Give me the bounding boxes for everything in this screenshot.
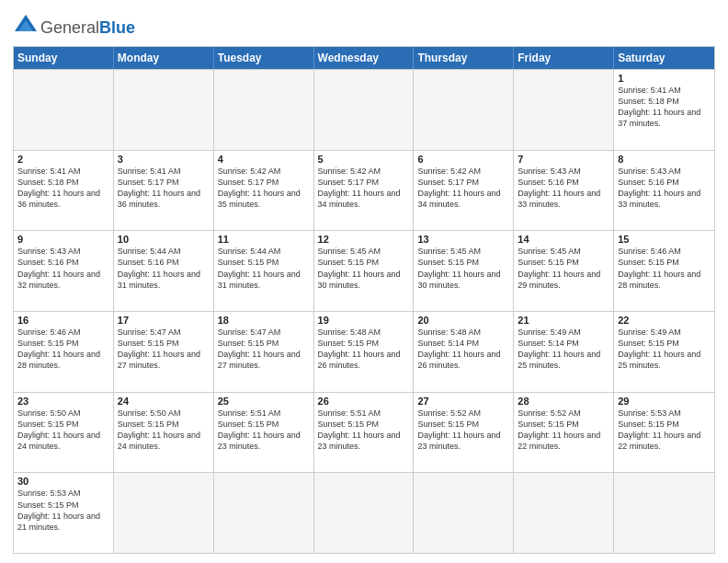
cal-cell [314, 473, 415, 553]
day-number: 27 [417, 396, 509, 407]
cal-cell: 18Sunrise: 5:47 AM Sunset: 5:15 PM Dayli… [214, 312, 314, 392]
day-info: Sunrise: 5:48 AM Sunset: 5:14 PM Dayligh… [417, 327, 509, 372]
day-info: Sunrise: 5:43 AM Sunset: 5:16 PM Dayligh… [618, 166, 711, 211]
day-number: 21 [518, 315, 609, 326]
cal-cell: 5Sunrise: 5:42 AM Sunset: 5:17 PM Daylig… [314, 151, 415, 231]
cal-cell: 9Sunrise: 5:43 AM Sunset: 5:16 PM Daylig… [14, 231, 114, 311]
day-info: Sunrise: 5:47 AM Sunset: 5:15 PM Dayligh… [118, 327, 210, 372]
week-row-1: 2Sunrise: 5:41 AM Sunset: 5:18 PM Daylig… [14, 150, 714, 231]
cal-cell: 25Sunrise: 5:51 AM Sunset: 5:15 PM Dayli… [214, 393, 314, 473]
cal-cell: 17Sunrise: 5:47 AM Sunset: 5:15 PM Dayli… [114, 312, 214, 392]
header-day-monday: Monday [114, 47, 214, 69]
cal-cell [314, 70, 415, 150]
cal-cell: 14Sunrise: 5:45 AM Sunset: 5:15 PM Dayli… [514, 231, 614, 311]
day-number: 3 [118, 154, 210, 165]
cal-cell [514, 70, 614, 150]
cal-cell [514, 473, 614, 553]
cal-cell [414, 70, 514, 150]
day-info: Sunrise: 5:42 AM Sunset: 5:17 PM Dayligh… [417, 166, 509, 211]
day-number: 22 [618, 315, 711, 326]
day-info: Sunrise: 5:43 AM Sunset: 5:16 PM Dayligh… [518, 166, 609, 211]
week-row-5: 30Sunrise: 5:53 AM Sunset: 5:15 PM Dayli… [14, 472, 714, 553]
day-info: Sunrise: 5:51 AM Sunset: 5:15 PM Dayligh… [218, 408, 310, 453]
day-number: 6 [417, 154, 509, 165]
cal-cell: 29Sunrise: 5:53 AM Sunset: 5:15 PM Dayli… [614, 393, 714, 473]
day-info: Sunrise: 5:42 AM Sunset: 5:17 PM Dayligh… [318, 166, 410, 211]
day-number: 26 [318, 396, 410, 407]
day-number: 25 [218, 396, 310, 407]
page: GeneralBlue SundayMondayTuesdayWednesday… [0, 0, 728, 563]
day-info: Sunrise: 5:45 AM Sunset: 5:15 PM Dayligh… [518, 246, 609, 291]
header-day-saturday: Saturday [614, 47, 714, 69]
cal-cell: 24Sunrise: 5:50 AM Sunset: 5:15 PM Dayli… [114, 393, 214, 473]
day-info: Sunrise: 5:49 AM Sunset: 5:15 PM Dayligh… [618, 327, 711, 372]
day-info: Sunrise: 5:44 AM Sunset: 5:15 PM Dayligh… [218, 246, 310, 291]
cal-cell: 3Sunrise: 5:41 AM Sunset: 5:17 PM Daylig… [114, 151, 214, 231]
day-info: Sunrise: 5:48 AM Sunset: 5:15 PM Dayligh… [318, 327, 410, 372]
day-number: 2 [17, 154, 109, 165]
day-info: Sunrise: 5:47 AM Sunset: 5:15 PM Dayligh… [218, 327, 310, 372]
cal-cell: 7Sunrise: 5:43 AM Sunset: 5:16 PM Daylig… [514, 151, 614, 231]
cal-cell: 4Sunrise: 5:42 AM Sunset: 5:17 PM Daylig… [214, 151, 314, 231]
cal-cell: 20Sunrise: 5:48 AM Sunset: 5:14 PM Dayli… [414, 312, 514, 392]
logo-icon [13, 13, 39, 39]
cal-cell [614, 473, 714, 553]
header: GeneralBlue [13, 9, 715, 40]
day-info: Sunrise: 5:44 AM Sunset: 5:16 PM Dayligh… [118, 246, 210, 291]
day-number: 29 [618, 396, 711, 407]
day-number: 7 [518, 154, 609, 165]
header-day-friday: Friday [514, 47, 614, 69]
cal-cell: 12Sunrise: 5:45 AM Sunset: 5:15 PM Dayli… [314, 231, 415, 311]
header-day-tuesday: Tuesday [214, 47, 314, 69]
week-row-0: 1Sunrise: 5:41 AM Sunset: 5:18 PM Daylig… [14, 69, 714, 150]
day-info: Sunrise: 5:52 AM Sunset: 5:15 PM Dayligh… [417, 408, 509, 453]
cal-cell: 1Sunrise: 5:41 AM Sunset: 5:18 PM Daylig… [614, 70, 714, 150]
cal-cell [414, 473, 514, 553]
day-number: 12 [318, 234, 410, 245]
day-number: 24 [118, 396, 210, 407]
day-number: 8 [618, 154, 711, 165]
cal-cell: 10Sunrise: 5:44 AM Sunset: 5:16 PM Dayli… [114, 231, 214, 311]
day-number: 23 [17, 396, 109, 407]
week-row-3: 16Sunrise: 5:46 AM Sunset: 5:15 PM Dayli… [14, 311, 714, 392]
cal-cell: 27Sunrise: 5:52 AM Sunset: 5:15 PM Dayli… [414, 393, 514, 473]
cal-cell: 23Sunrise: 5:50 AM Sunset: 5:15 PM Dayli… [14, 393, 114, 473]
day-number: 5 [318, 154, 410, 165]
day-info: Sunrise: 5:49 AM Sunset: 5:14 PM Dayligh… [518, 327, 609, 372]
day-info: Sunrise: 5:41 AM Sunset: 5:18 PM Dayligh… [618, 85, 711, 130]
day-info: Sunrise: 5:50 AM Sunset: 5:15 PM Dayligh… [17, 408, 109, 453]
calendar: SundayMondayTuesdayWednesdayThursdayFrid… [13, 46, 715, 554]
day-info: Sunrise: 5:45 AM Sunset: 5:15 PM Dayligh… [417, 246, 509, 291]
day-number: 14 [518, 234, 609, 245]
day-info: Sunrise: 5:43 AM Sunset: 5:16 PM Dayligh… [17, 246, 109, 291]
cal-cell [114, 473, 214, 553]
week-row-4: 23Sunrise: 5:50 AM Sunset: 5:15 PM Dayli… [14, 392, 714, 473]
day-number: 11 [218, 234, 310, 245]
day-info: Sunrise: 5:53 AM Sunset: 5:15 PM Dayligh… [17, 488, 109, 533]
day-number: 1 [618, 73, 711, 84]
day-number: 17 [118, 315, 210, 326]
day-number: 9 [17, 234, 109, 245]
day-number: 15 [618, 234, 711, 245]
header-day-sunday: Sunday [14, 47, 114, 69]
day-info: Sunrise: 5:53 AM Sunset: 5:15 PM Dayligh… [618, 408, 711, 453]
day-number: 28 [518, 396, 609, 407]
week-row-2: 9Sunrise: 5:43 AM Sunset: 5:16 PM Daylig… [14, 230, 714, 311]
day-number: 16 [17, 315, 109, 326]
cal-cell: 6Sunrise: 5:42 AM Sunset: 5:17 PM Daylig… [414, 151, 514, 231]
calendar-body: 1Sunrise: 5:41 AM Sunset: 5:18 PM Daylig… [14, 69, 714, 553]
cal-cell: 16Sunrise: 5:46 AM Sunset: 5:15 PM Dayli… [14, 312, 114, 392]
day-number: 30 [17, 476, 109, 487]
cal-cell: 15Sunrise: 5:46 AM Sunset: 5:15 PM Dayli… [614, 231, 714, 311]
cal-cell: 28Sunrise: 5:52 AM Sunset: 5:15 PM Dayli… [514, 393, 614, 473]
header-day-wednesday: Wednesday [314, 47, 415, 69]
cal-cell: 8Sunrise: 5:43 AM Sunset: 5:16 PM Daylig… [614, 151, 714, 231]
cal-cell: 13Sunrise: 5:45 AM Sunset: 5:15 PM Dayli… [414, 231, 514, 311]
header-day-thursday: Thursday [414, 47, 514, 69]
cal-cell: 30Sunrise: 5:53 AM Sunset: 5:15 PM Dayli… [14, 473, 114, 553]
cal-cell [214, 473, 314, 553]
cal-cell: 22Sunrise: 5:49 AM Sunset: 5:15 PM Dayli… [614, 312, 714, 392]
day-info: Sunrise: 5:52 AM Sunset: 5:15 PM Dayligh… [518, 408, 609, 453]
calendar-header: SundayMondayTuesdayWednesdayThursdayFrid… [14, 47, 714, 69]
day-number: 10 [118, 234, 210, 245]
